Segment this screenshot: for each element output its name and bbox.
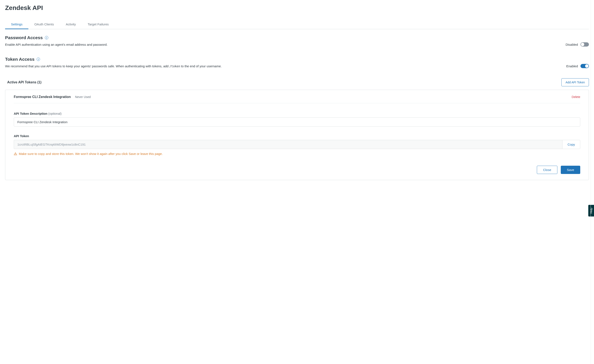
password-access-toggle[interactable] [580, 42, 589, 47]
token-description-label-text: API Token Description [14, 112, 48, 115]
page-title: Zendesk API [5, 4, 589, 11]
password-access-description: Enable API authentication using an agent… [5, 43, 108, 46]
password-access-section: Password Access Enable API authenticatio… [5, 35, 589, 47]
scrollbar-track [591, 0, 594, 184]
warning-icon [14, 152, 17, 155]
token-access-toggle-label: Enabled [566, 64, 578, 68]
token-warning-text: Make sure to copy and store this token. … [19, 152, 163, 155]
token-name: Formspree CLI Zendesk Integration [14, 95, 71, 99]
password-access-title: Password Access [5, 35, 43, 40]
token-access-toggle[interactable] [580, 64, 589, 68]
tab-oauth-clients[interactable]: OAuth Clients [28, 20, 60, 29]
tab-settings[interactable]: Settings [5, 20, 28, 29]
tab-target-failures[interactable]: Target Failures [82, 20, 115, 29]
add-api-token-button[interactable]: Add API Token [561, 78, 589, 86]
tokens-header: Active API Tokens (1) Add API Token [5, 78, 589, 86]
token-description-optional: (optional) [48, 112, 62, 115]
password-access-toggle-label: Disabled [566, 43, 578, 46]
token-access-description: We recommend that you use API tokens to … [5, 64, 222, 68]
delete-token-link[interactable]: Delete [572, 95, 580, 99]
token-access-desc-pre: We recommend that you use API tokens to … [5, 64, 169, 68]
token-access-title: Token Access [5, 57, 34, 62]
token-access-desc-code: /token [169, 65, 180, 68]
info-icon[interactable] [45, 36, 48, 39]
close-button[interactable]: Close [537, 166, 557, 174]
token-card: Formspree CLI Zendesk Integration Never … [5, 90, 589, 180]
api-token-value[interactable] [14, 140, 562, 149]
tab-activity[interactable]: Activity [60, 20, 82, 29]
tabs-bar: Settings OAuth Clients Activity Target F… [5, 20, 589, 29]
info-icon[interactable] [37, 58, 40, 61]
copy-token-button[interactable]: Copy [562, 140, 580, 149]
token-description-label: API Token Description (optional) [14, 112, 580, 115]
token-access-section: Token Access We recommend that you use A… [5, 57, 589, 68]
active-tokens-title: Active API Tokens (1) [7, 81, 41, 84]
token-description-input[interactable] [14, 117, 580, 127]
svg-point-1 [15, 155, 16, 155]
token-status: Never Used [75, 95, 91, 99]
api-token-label: API Token [14, 134, 580, 138]
token-warning: Make sure to copy and store this token. … [14, 152, 580, 155]
token-access-desc-post: to the end of your username. [180, 64, 222, 68]
save-button[interactable]: Save [561, 166, 580, 174]
